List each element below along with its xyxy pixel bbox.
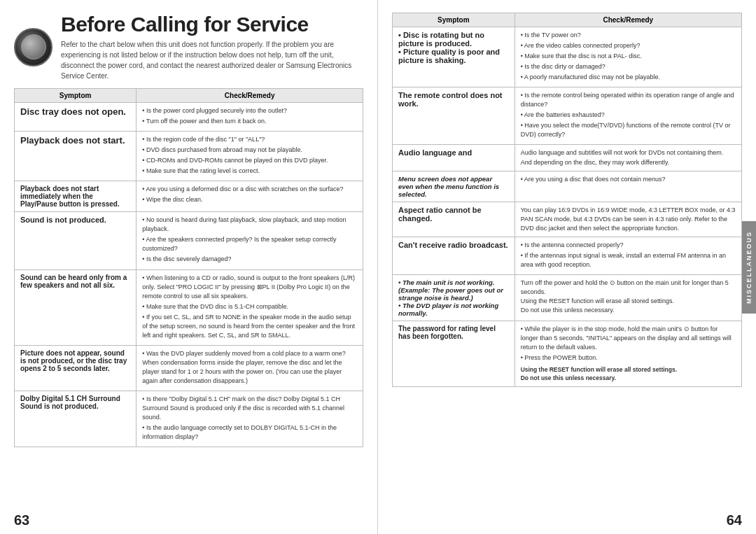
symptom-cell: • Disc is rotating but no picture is pro… (393, 27, 515, 87)
symptom-cell: Dolby Digital 5.1 CH Surround Sound is n… (15, 391, 136, 447)
remedy-cell: Is the region code of the disc "1" or "A… (136, 132, 363, 181)
remedy-cell: Is the power cord plugged securely into … (136, 103, 363, 132)
remedy-cell: Was the DVD player suddenly moved from a… (136, 345, 363, 391)
logo (14, 28, 52, 66)
symptom-cell: Playback does not start. (15, 132, 136, 181)
page-description: Refer to the chart below when this unit … (61, 39, 355, 81)
page-title: Before Calling for Service (61, 13, 355, 36)
symptom-cell: Menu screen does not appear even when th… (393, 171, 515, 202)
symptom-cell: Picture does not appear, sound is not pr… (15, 345, 136, 391)
table-row: Disc tray does not open. Is the power co… (15, 103, 363, 132)
remedy-cell: Is the TV power on? Are the video cables… (514, 27, 741, 87)
symptom-cell: The remote control does not work. (393, 87, 515, 145)
table-row: The remote control does not work. Is the… (393, 87, 742, 145)
right-service-table: Symptom Check/Remedy • Disc is rotating … (392, 13, 742, 387)
page-number-left: 63 (14, 512, 29, 528)
table-row: The password for rating level has been f… (393, 321, 742, 386)
symptom-cell: • The main unit is not working. (Example… (393, 274, 515, 321)
table-row: Audio language and Audio language and su… (393, 145, 742, 171)
remedy-cell: You can play 16:9 DVDs in 16:9 WIDE mode… (514, 202, 741, 237)
symptom-cell: Sound can be heard only from a few speak… (15, 269, 136, 345)
symptom-cell: Disc tray does not open. (15, 103, 136, 132)
symptom-cell: Audio language and (393, 145, 515, 171)
table-row: Aspect ratio cannot be changed. You can … (393, 202, 742, 237)
remedy-cell: No sound is heard during fast playback, … (136, 212, 363, 269)
symptom-cell: Sound is not produced. (15, 212, 136, 269)
table-row: Dolby Digital 5.1 CH Surround Sound is n… (15, 391, 363, 447)
left-page: Before Calling for Service Refer to the … (0, 0, 378, 534)
miscellaneous-tab: MISCELLANEOUS (742, 220, 756, 313)
left-service-table: Symptom Check/Remedy Disc tray does not … (14, 88, 363, 447)
symptom-cell: Can't receive radio broadcast. (393, 237, 515, 274)
left-remedy-header: Check/Remedy (136, 89, 363, 103)
page-header: Before Calling for Service Refer to the … (14, 13, 363, 81)
right-page-content: Symptom Check/Remedy • Disc is rotating … (392, 13, 742, 520)
remedy-cell: Are you using a deformed disc or a disc … (136, 181, 363, 212)
remedy-cell: Is there "Dolby Digital 5.1 CH" mark on … (136, 391, 363, 447)
table-row: • The main unit is not working. (Example… (393, 274, 742, 321)
page-number-right: 64 (727, 512, 742, 528)
remedy-cell: Audio language and subtitles will not wo… (514, 145, 741, 171)
remedy-cell: Are you using a disc that does not conta… (514, 171, 741, 202)
right-symptom-header: Symptom (393, 13, 515, 27)
remedy-cell: Is the remote control being operated wit… (514, 87, 741, 145)
table-row: • Disc is rotating but no picture is pro… (393, 27, 742, 87)
table-row: Playback does not start. Is the region c… (15, 132, 363, 181)
table-row: Playback does not start immediately when… (15, 181, 363, 212)
table-row: Can't receive radio broadcast. Is the an… (393, 237, 742, 274)
symptom-cell: The password for rating level has been f… (393, 321, 515, 386)
symptom-cell: Playback does not start immediately when… (15, 181, 136, 212)
table-row: Picture does not appear, sound is not pr… (15, 345, 363, 391)
table-row: Sound is not produced. No sound is heard… (15, 212, 363, 269)
symptom-cell: Aspect ratio cannot be changed. (393, 202, 515, 237)
table-row: Menu screen does not appear even when th… (393, 171, 742, 202)
right-page: Symptom Check/Remedy • Disc is rotating … (378, 0, 756, 534)
logo-inner (21, 34, 46, 59)
left-symptom-header: Symptom (15, 89, 136, 103)
table-row: Sound can be heard only from a few speak… (15, 269, 363, 345)
right-remedy-header: Check/Remedy (514, 13, 741, 27)
remedy-cell: While the player is in the stop mode, ho… (514, 321, 741, 386)
remedy-cell: Turn off the power and hold the ⊙ button… (514, 274, 741, 321)
remedy-cell: Is the antenna connected properly? If th… (514, 237, 741, 274)
remedy-cell: When listening to a CD or radio, sound i… (136, 269, 363, 345)
